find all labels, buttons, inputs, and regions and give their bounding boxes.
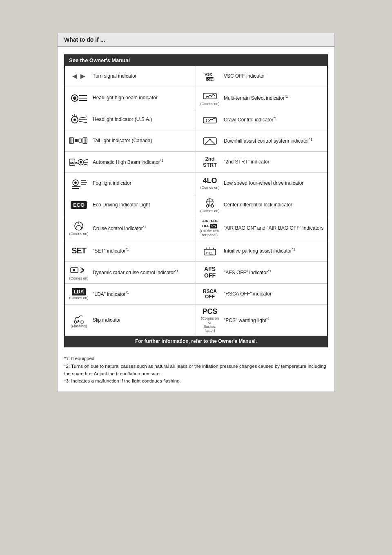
auto-high-label: Automatic High Beam indicator*1 — [93, 158, 163, 166]
rsca-off-label: "RSCA OFF" indicator — [224, 291, 272, 298]
indicator-dynamic-radar: (Comes on) Dynamic radar cruise control … — [65, 262, 196, 284]
vsc-off-icon: VSC OFF — [199, 71, 220, 82]
indicator-headlight: Headlight indicator (U.S.A.) — [65, 109, 196, 130]
main-box: See the Owner's Manual ◄► Turn signal in… — [64, 54, 328, 347]
fog-icon — [68, 178, 89, 189]
footer-text: For further information, refer to the Ow… — [135, 338, 257, 344]
svg-rect-22 — [75, 139, 78, 142]
auto-high-icon: AUTO — [68, 157, 89, 168]
pcs-label: "PCS" warning light*1 — [224, 316, 270, 324]
intuitive-icon: P )))) — [199, 245, 220, 257]
multi-terrain-label: Multi-terrain Select indicator*1 — [224, 94, 288, 102]
svg-rect-23 — [79, 139, 82, 142]
indicator-slip: (Flashing) Slip indicator — [65, 305, 196, 336]
airbag-label: "AIR BAG ON" and "AIR BAG OFF" indicator… — [224, 225, 323, 232]
headlight-high-icon — [68, 92, 89, 104]
4lo-label: Low speed four-wheel drive indicator — [224, 180, 303, 187]
lda-label: "LDA" indicator*1 — [93, 290, 129, 298]
svg-point-37 — [74, 181, 77, 184]
header-title: What to do if ... — [64, 36, 105, 43]
intuitive-label: Intuitive parking assist indicator*1 — [224, 247, 295, 255]
indicator-turn-signal: ◄► Turn signal indicator — [65, 66, 196, 87]
svg-line-33 — [84, 159, 88, 160]
svg-line-16 — [79, 121, 87, 123]
svg-point-46 — [206, 205, 209, 207]
indicator-auto-high: AUTO Automatic High Beam indicator*1 — [65, 152, 196, 173]
headlight-high-label: Headlight high beam indicator — [93, 94, 158, 101]
footnotes: *1: If equipped *2: Turns on due to natu… — [58, 351, 334, 392]
2nd-strt-icon: 2nd STRT — [199, 156, 220, 168]
rsca-off-icon: RSCA OFF — [199, 289, 220, 300]
section-header: What to do if ... — [58, 33, 334, 47]
center-diff-label: Center differential lock indicator — [224, 201, 292, 208]
turn-signal-icon: ◄► — [68, 72, 89, 81]
headlight-icon — [68, 114, 89, 125]
indicator-vsc-off: VSC OFF VSC OFF indicator — [196, 66, 327, 87]
eco-label: Eco Driving Indicator Light — [93, 201, 150, 208]
afs-off-icon: AFS OFF — [199, 266, 220, 279]
indicator-multi-terrain: (Comes on) Multi-terrain Select indicato… — [196, 87, 327, 109]
indicator-2nd-strt: 2nd STRT "2nd STRT" indicator — [196, 152, 327, 173]
pcs-icon: PCS (Comes on orflashes faster) — [199, 308, 220, 333]
indicator-center-diff: (Comes on) Center differential lock indi… — [196, 194, 327, 216]
svg-point-32 — [80, 161, 82, 163]
dynamic-radar-icon: (Comes on) — [68, 264, 89, 280]
indicator-set: SET "SET" indicator*1 — [65, 240, 196, 262]
downhill-label: Downhill assist control system indicator… — [224, 137, 312, 145]
indicator-crawl: C Crawl Control indicator*1 — [196, 109, 327, 130]
svg-line-35 — [84, 164, 88, 165]
indicator-headlight-high: Headlight high beam indicator — [65, 87, 196, 109]
indicator-lda: LDA (Comes on) "LDA" indicator*1 — [65, 284, 196, 305]
turn-signal-label: Turn signal indicator — [93, 73, 137, 80]
svg-rect-19 — [69, 138, 74, 143]
footer-bar: For further information, refer to the Ow… — [65, 336, 327, 347]
headlight-label: Headlight indicator (U.S.A.) — [93, 116, 152, 123]
svg-point-60 — [81, 321, 83, 323]
svg-text:C: C — [206, 119, 209, 123]
svg-text:)))): )))) — [209, 251, 214, 255]
tail-light-label: Tail light indicator (Canada) — [93, 137, 152, 144]
indicator-intuitive: P )))) Intuitive parking assist indicato… — [196, 240, 327, 262]
crawl-icon: C — [199, 114, 220, 125]
eco-icon: ECO — [68, 201, 89, 209]
svg-text:OFF: OFF — [207, 77, 214, 81]
page-container: What to do if ... See the Owner's Manual… — [57, 33, 335, 392]
cruise-icon: (Comes on) — [68, 221, 89, 236]
svg-point-4 — [73, 96, 76, 100]
footnote-3: *3: Indicates a malfunction if the light… — [64, 377, 328, 385]
indicator-rsca-off: RSCA OFF "RSCA OFF" indicator — [196, 284, 327, 305]
afs-off-label: "AFS OFF" indicator*1 — [224, 269, 271, 276]
svg-rect-24 — [83, 138, 87, 143]
svg-point-28 — [209, 139, 211, 140]
indicator-tail-light: Tail light indicator (Canada) — [65, 130, 196, 152]
box-header: See the Owner's Manual — [65, 55, 327, 65]
indicator-downhill: Downhill assist control system indicator… — [196, 130, 327, 152]
indicator-afs-off: AFS OFF "AFS OFF" indicator*1 — [196, 262, 327, 284]
set-label: "SET" indicator*1 — [93, 247, 129, 255]
svg-line-14 — [79, 117, 87, 118]
airbag-icon: AIR BAG OFF ON (On the cen-ter panel) — [199, 219, 220, 237]
downhill-icon — [199, 135, 220, 147]
vsc-off-label: VSC OFF indicator — [224, 73, 265, 80]
indicator-4lo: 4LO (Comes on) Low speed four-wheel driv… — [196, 173, 327, 194]
indicators-grid: ◄► Turn signal indicator VSC OFF VSC OFF… — [65, 65, 327, 336]
svg-text:AUTO: AUTO — [70, 161, 79, 164]
fog-label: Fog light indicator — [93, 180, 131, 187]
cruise-label: Cruise control indicator*1 — [93, 224, 146, 232]
indicator-pcs: PCS (Comes on orflashes faster) "PCS" wa… — [196, 305, 327, 336]
multi-terrain-icon: (Comes on) — [199, 90, 220, 106]
footnote-2: *2: Turns on due to natural causes such … — [64, 363, 328, 378]
set-icon: SET — [68, 246, 89, 255]
slip-label: Slip indicator — [93, 317, 121, 324]
svg-rect-8 — [203, 93, 216, 99]
svg-text:VSC: VSC — [205, 72, 213, 76]
crawl-label: Crawl Control indicator*1 — [224, 116, 277, 123]
2nd-strt-label: "2nd STRT" indicator — [224, 159, 270, 166]
indicator-eco: ECO Eco Driving Indicator Light — [65, 194, 196, 216]
svg-point-10 — [74, 119, 76, 121]
svg-point-59 — [74, 321, 77, 323]
indicator-cruise: (Comes on) Cruise control indicator*1 — [65, 216, 196, 240]
center-diff-icon: (Comes on) — [199, 197, 220, 213]
svg-point-58 — [73, 269, 75, 271]
slip-icon: (Flashing) — [68, 312, 89, 328]
